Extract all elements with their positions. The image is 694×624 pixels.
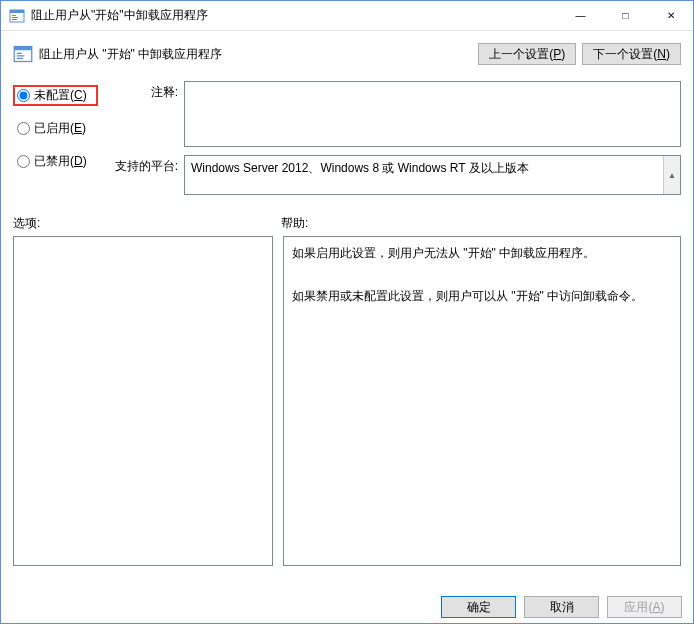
titlebar: 阻止用户从"开始"中卸载应用程序 — □ ✕ [1,1,693,31]
radio-enabled-input[interactable] [17,122,30,135]
comment-label: 注释: [110,81,178,147]
svg-rect-8 [17,55,25,56]
apply-button: 应用(A) [607,596,682,618]
minimize-button[interactable]: — [558,1,603,30]
radio-not-configured-input[interactable] [17,89,30,102]
policy-icon [9,8,25,24]
radio-disabled[interactable]: 已禁用(D) [13,151,98,172]
previous-setting-button[interactable]: 上一个设置(P) [478,43,576,65]
svg-rect-2 [12,15,16,16]
scroll-up-icon[interactable]: ▲ [663,156,680,194]
svg-rect-3 [12,17,18,18]
svg-rect-4 [12,19,17,20]
dialog-footer: 确定 取消 应用(A) [0,596,694,624]
ok-button[interactable]: 确定 [441,596,516,618]
svg-rect-1 [10,10,24,13]
radio-enabled-label: 已启用(E) [34,120,86,137]
config-area: 未配置(C) 已启用(E) 已禁用(D) 注释: 支持的平台: Windows … [1,69,693,201]
window-title: 阻止用户从"开始"中卸载应用程序 [31,7,558,24]
options-pane [13,236,273,566]
supported-on-box: Windows Server 2012、Windows 8 或 Windows … [184,155,681,195]
radio-not-configured[interactable]: 未配置(C) [13,85,98,106]
svg-rect-7 [17,53,22,54]
supported-on-text: Windows Server 2012、Windows 8 或 Windows … [185,156,663,194]
svg-rect-6 [14,47,32,51]
comment-textarea[interactable] [184,81,681,147]
radio-disabled-input[interactable] [17,155,30,168]
close-button[interactable]: ✕ [648,1,693,30]
maximize-button[interactable]: □ [603,1,648,30]
state-radio-group: 未配置(C) 已启用(E) 已禁用(D) [13,81,98,195]
section-labels: 选项: 帮助: [1,201,693,236]
cancel-button[interactable]: 取消 [524,596,599,618]
radio-not-configured-label: 未配置(C) [34,87,87,104]
help-label: 帮助: [281,215,308,232]
svg-rect-9 [17,58,23,59]
lower-panes: 如果启用此设置，则用户无法从 "开始" 中卸载应用程序。 如果禁用或未配置此设置… [1,236,693,566]
radio-enabled[interactable]: 已启用(E) [13,118,98,139]
window-controls: — □ ✕ [558,1,693,30]
radio-disabled-label: 已禁用(D) [34,153,87,170]
next-setting-button[interactable]: 下一个设置(N) [582,43,681,65]
policy-name: 阻止用户从 "开始" 中卸载应用程序 [39,46,478,63]
header: 阻止用户从 "开始" 中卸载应用程序 上一个设置(P) 下一个设置(N) [1,31,693,69]
help-pane: 如果启用此设置，则用户无法从 "开始" 中卸载应用程序。 如果禁用或未配置此设置… [283,236,681,566]
policy-icon [13,44,33,64]
options-label: 选项: [13,215,281,232]
platform-label: 支持的平台: [110,155,178,195]
